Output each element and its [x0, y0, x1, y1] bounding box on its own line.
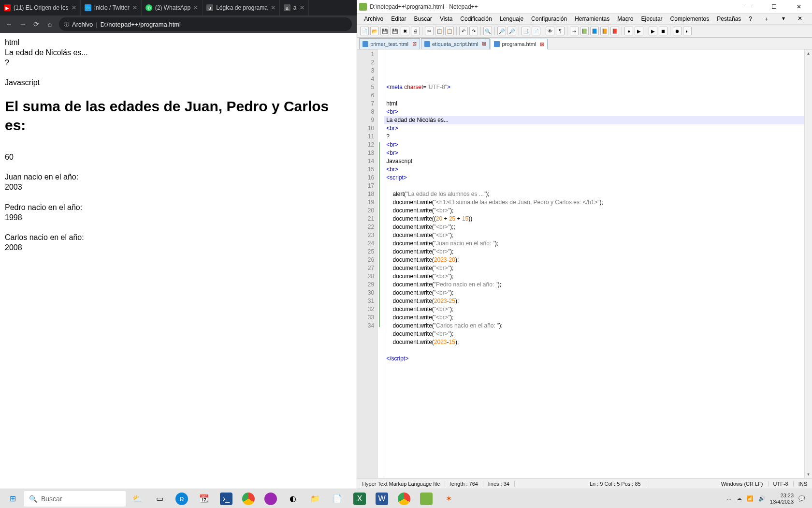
code-line[interactable]: document.write("<br>");	[386, 289, 812, 297]
toolbar-button-icon[interactable]: 📑	[522, 27, 530, 35]
code-line[interactable]: document.write("Juan nacio en el año: ")…	[386, 239, 812, 248]
back-icon[interactable]: ←	[5, 20, 14, 28]
code-line[interactable]: document.write(2023-25);	[386, 297, 812, 305]
toolbar-button-icon[interactable]: ↷	[469, 27, 478, 35]
toolbar-button-icon[interactable]: ⏹	[659, 27, 667, 35]
new-doc-icon[interactable]: ＋	[760, 14, 773, 24]
code-line[interactable]: document.write("Carlos nacio en el año: …	[386, 322, 812, 330]
scroll-down-icon[interactable]: ▼	[805, 470, 812, 478]
toolbar-button-icon[interactable]: ▶	[635, 27, 643, 35]
code-line[interactable]: <script>	[386, 174, 812, 182]
code-line[interactable]: document.write("<br>");	[386, 314, 812, 322]
fold-margin[interactable]	[377, 49, 384, 478]
code-line[interactable]	[386, 182, 812, 190]
toolbar-button-icon[interactable]: 📂	[370, 27, 379, 35]
code-line[interactable]: document.write("<br>");	[386, 248, 812, 256]
notifications-icon[interactable]: 💬	[798, 495, 805, 502]
close-tab-icon[interactable]: ⊠	[412, 41, 417, 47]
toolbar-button-icon[interactable]: ↶	[459, 27, 468, 35]
code-line[interactable]: html	[386, 100, 812, 108]
system-tray[interactable]: ︿ ☁ 📶 🔊 23:23 13/4/2023 💬	[722, 493, 810, 504]
menu-item[interactable]: Ejecutar	[638, 15, 667, 23]
scroll-up-icon[interactable]: ▲	[805, 49, 812, 57]
chrome-tab[interactable]: ▶(11) EL Origen de los✕	[0, 0, 81, 15]
code-line[interactable]: document.write("<br>");	[386, 231, 812, 239]
toolbar-button-icon[interactable]: ●	[624, 27, 633, 35]
menu-item[interactable]: Codificación	[456, 15, 495, 23]
file-explorer-icon[interactable]: 📁	[304, 490, 326, 508]
code-line[interactable]: document.write("Pedro nacio en el año: "…	[386, 281, 812, 289]
toolbar-button-icon[interactable]: ✂	[425, 27, 434, 35]
app-icon-purple[interactable]	[260, 490, 281, 508]
edge-icon[interactable]: e	[171, 490, 192, 508]
start-button[interactable]: ⊞	[2, 490, 23, 508]
code-line[interactable]: document.write("<br>");	[386, 272, 812, 281]
minimize-button[interactable]: —	[738, 0, 760, 14]
toolbar-button-icon[interactable]: 📙	[600, 27, 609, 35]
app-icon-black[interactable]: ◐	[282, 490, 304, 508]
maximize-button[interactable]: ☐	[763, 0, 785, 14]
toolbar-button-icon[interactable]: 🔎	[497, 27, 506, 35]
close-tab-icon[interactable]: ✕	[271, 4, 276, 11]
code-line[interactable]: document.write("<br>");	[386, 305, 812, 314]
menu-item[interactable]: Editar	[387, 15, 410, 23]
toolbar-button-icon[interactable]: ⇥	[570, 27, 579, 35]
code-line[interactable]: document.write("<br>");	[386, 264, 812, 272]
toolbar-button-icon[interactable]: 📄	[532, 27, 540, 35]
tray-wifi-icon[interactable]: 📶	[747, 495, 754, 502]
chrome-tab[interactable]: ✆(2) WhatsApp✕	[142, 0, 203, 15]
menu-item[interactable]: Complementos	[667, 15, 713, 23]
close-tab-icon[interactable]: ⊠	[482, 41, 486, 47]
toolbar-button-icon[interactable]: 🖨	[411, 27, 420, 35]
omnibox[interactable]: ⓘ Archivo | D:/notepad++/programa.html	[59, 17, 352, 31]
code-line[interactable]: </script>	[386, 355, 812, 363]
toolbar-button-icon[interactable]: 📕	[610, 27, 619, 35]
close-icon[interactable]: ✕	[794, 14, 806, 24]
close-tab-icon[interactable]: ✕	[132, 4, 137, 11]
word-icon[interactable]: W	[371, 490, 392, 508]
code-line[interactable]: <meta charset="UTF-8">	[386, 83, 812, 91]
forward-icon[interactable]: →	[18, 20, 27, 28]
code-area[interactable]: <meta charset="UTF-8"> html<br>La edad d…	[384, 49, 812, 478]
menu-item[interactable]: Configuración	[527, 15, 571, 23]
app-icon-orange[interactable]: ✶	[438, 490, 459, 508]
tray-chevron-icon[interactable]: ︿	[726, 495, 732, 502]
code-line[interactable]: <br>	[386, 108, 812, 116]
menu-item[interactable]: ?	[745, 15, 756, 23]
code-line[interactable]: <br>	[386, 149, 812, 157]
code-line[interactable]	[386, 346, 812, 355]
chrome-tab[interactable]: 🐦Inicio / Twitter✕	[81, 0, 142, 15]
code-line[interactable]: <br>	[386, 165, 812, 174]
toolbar-button-icon[interactable]: 📄	[360, 27, 369, 35]
notepad-icon[interactable]: 📄	[327, 490, 348, 508]
menu-item[interactable]: Herramientas	[571, 15, 613, 23]
toolbar-button-icon[interactable]: 💾	[380, 27, 389, 35]
chrome-tab[interactable]: aa✕	[280, 0, 309, 15]
menu-item[interactable]: Macro	[613, 15, 637, 23]
npp-titlebar[interactable]: D:\notepad++\programa.html - Notepad++ —…	[357, 0, 812, 14]
npp-editor[interactable]: 1234567891011121314151617181920212223242…	[357, 49, 812, 478]
tray-volume-icon[interactable]: 🔊	[758, 495, 765, 502]
code-line[interactable]: document.write("<h1>El suma de las edade…	[386, 198, 812, 207]
task-view-icon[interactable]: ▭	[149, 490, 170, 508]
chrome-icon[interactable]	[238, 490, 259, 508]
code-line[interactable]: ?	[386, 133, 812, 141]
code-line[interactable]: alert("La edad de los alumnos es ...");	[386, 190, 812, 198]
weather-widget-icon[interactable]: ⛅	[127, 490, 148, 508]
document-tab[interactable]: primer_test.html⊠	[359, 38, 420, 49]
close-tab-icon[interactable]: ✕	[72, 4, 76, 11]
tray-cloud-icon[interactable]: ☁	[737, 495, 742, 502]
excel-icon[interactable]: X	[349, 490, 370, 508]
home-icon[interactable]: ⌂	[45, 20, 54, 28]
toolbar-button-icon[interactable]: 👁	[546, 27, 554, 35]
code-line[interactable]: document.write("<br>");;	[386, 223, 812, 231]
toolbar-button-icon[interactable]: 📗	[580, 27, 589, 35]
toolbar-button-icon[interactable]: 📘	[590, 27, 599, 35]
menu-item[interactable]: Lenguaje	[496, 15, 527, 23]
close-tab-icon[interactable]: ✕	[300, 4, 304, 11]
dropdown-icon[interactable]: ▾	[778, 14, 789, 24]
toolbar-button-icon[interactable]: 🔍	[483, 27, 492, 35]
code-line[interactable]: <br>	[386, 124, 812, 133]
code-line[interactable]: document.write(2023-15);	[386, 338, 812, 346]
taskbar-search[interactable]: 🔍 Buscar	[24, 491, 126, 507]
